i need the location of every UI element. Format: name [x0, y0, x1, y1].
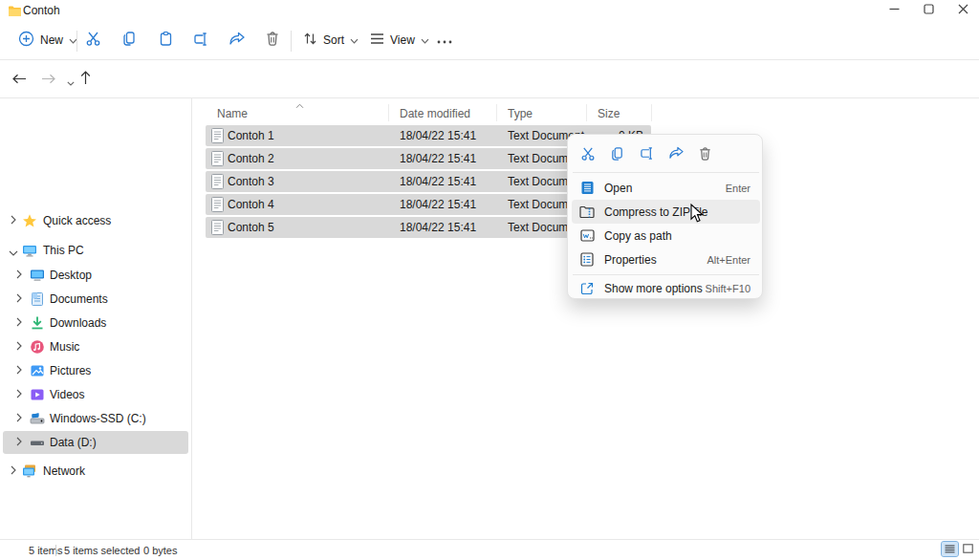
open-icon: [579, 181, 595, 196]
menu-item-open[interactable]: Open Enter: [572, 176, 760, 200]
rename-button[interactable]: [635, 142, 660, 167]
column-header-type[interactable]: Type: [508, 107, 533, 120]
maximize-button[interactable]: [912, 0, 945, 21]
toolbar-divider: [76, 31, 77, 52]
chevron-down-icon: [350, 33, 359, 47]
minimize-icon: [889, 4, 900, 17]
sidebar-item-quick-access[interactable]: Quick access: [0, 209, 191, 232]
address-bar-row: › This PC › Data (D:) › Contoh Search Co…: [0, 60, 979, 98]
copy-button[interactable]: [117, 28, 141, 53]
sidebar-item-label: Network: [43, 464, 85, 478]
share-icon: [668, 146, 685, 163]
sidebar-item-videos[interactable]: Videos: [0, 383, 191, 406]
chevron-expanded-icon: [9, 246, 18, 259]
cut-button[interactable]: [576, 142, 600, 167]
context-menu: Open Enter Compress to ZIP file Copy as …: [567, 134, 763, 299]
text-file-icon: [211, 174, 224, 192]
videos-icon: [30, 387, 45, 402]
menu-item-show-more-options[interactable]: Show more options Shift+F10: [572, 276, 760, 300]
new-button-label: New: [40, 33, 63, 47]
delete-icon: [698, 146, 712, 164]
copy-icon: [610, 146, 625, 164]
sidebar-item-label: Downloads: [50, 316, 106, 330]
view-button[interactable]: View: [363, 27, 436, 54]
view-icon: [370, 32, 384, 48]
copy-as-path-icon: [579, 228, 595, 244]
chevron-down-icon: [421, 33, 429, 47]
chevron-right-icon: [16, 316, 22, 330]
menu-divider: [573, 274, 759, 275]
sidebar-item-documents[interactable]: Documents: [0, 288, 191, 311]
cut-button[interactable]: [80, 28, 105, 53]
details-view-icon: [945, 543, 955, 556]
sidebar-item-windows-ssd-c[interactable]: Windows-SSD (C:): [0, 407, 191, 430]
chevron-right-icon: [16, 340, 22, 354]
sidebar-item-network[interactable]: Network: [0, 460, 191, 483]
column-header-size[interactable]: Size: [598, 107, 620, 120]
text-file-icon: [211, 220, 224, 238]
sidebar-item-label: Quick access: [43, 214, 111, 227]
title-bar: Contoh: [0, 0, 979, 21]
chevron-right-icon: [16, 388, 22, 401]
close-button[interactable]: [946, 0, 979, 21]
documents-icon: [30, 291, 45, 307]
menu-item-compress-to-zip[interactable]: Compress to ZIP file: [572, 200, 760, 224]
item-count: 5 items: [29, 545, 62, 556]
rename-button[interactable]: [189, 28, 214, 53]
column-divider: [388, 104, 389, 121]
large-icons-view-button[interactable]: [960, 542, 976, 556]
view-button-label: View: [390, 33, 415, 47]
back-button[interactable]: [8, 68, 31, 91]
up-button[interactable]: [74, 68, 97, 91]
large-icons-view-icon: [963, 543, 973, 556]
selection-size: 0 bytes: [143, 545, 177, 556]
new-plus-icon: [18, 31, 34, 50]
chevron-right-icon: [11, 214, 16, 227]
sidebar-item-data-d[interactable]: Data (D:): [3, 431, 188, 454]
maximize-icon: [924, 4, 934, 17]
sidebar-item-pictures[interactable]: Pictures: [0, 359, 191, 382]
details-view-button[interactable]: [942, 542, 958, 556]
drive-d-icon: [30, 435, 45, 450]
downloads-icon: [30, 315, 45, 331]
sidebar-item-label: Documents: [50, 292, 108, 306]
paste-button[interactable]: [153, 28, 178, 53]
cut-icon: [85, 31, 101, 50]
command-bar: New Sort View: [0, 21, 979, 60]
text-file-icon: [211, 151, 224, 169]
sort-ascending-icon: [295, 98, 304, 112]
column-header-date-modified[interactable]: Date modified: [400, 107, 470, 120]
column-divider: [586, 104, 587, 121]
sidebar-item-music[interactable]: Music: [0, 335, 191, 358]
column-header-name[interactable]: Name: [217, 107, 248, 120]
copy-button[interactable]: [605, 142, 630, 167]
menu-item-properties[interactable]: Properties Alt+Enter: [572, 248, 760, 271]
share-button[interactable]: [664, 142, 688, 167]
zip-folder-icon: [579, 205, 595, 220]
text-file-icon: [211, 197, 224, 215]
window-title: Contoh: [23, 4, 60, 17]
see-more-button[interactable]: [432, 28, 457, 53]
sidebar-item-this-pc[interactable]: This PC: [0, 239, 191, 262]
sidebar-item-label: Pictures: [50, 364, 91, 377]
menu-item-copy-as-path[interactable]: Copy as path: [572, 224, 760, 248]
delete-button[interactable]: [260, 28, 285, 53]
new-button[interactable]: New: [11, 27, 84, 54]
share-button[interactable]: [225, 28, 250, 53]
toolbar-divider: [291, 31, 292, 52]
copy-icon: [121, 31, 138, 50]
music-icon: [30, 339, 45, 355]
menu-divider: [573, 172, 759, 173]
forward-button[interactable]: [36, 68, 59, 91]
delete-button[interactable]: [692, 142, 717, 167]
chevron-right-icon: [16, 269, 22, 282]
sidebar-item-label: This PC: [43, 244, 84, 257]
chevron-right-icon: [16, 364, 22, 377]
status-divider: [55, 545, 56, 556]
minimize-button[interactable]: [878, 0, 910, 21]
chevron-right-icon: [16, 292, 22, 306]
status-bar: 5 items 5 items selected 0 bytes: [0, 539, 979, 560]
sort-button[interactable]: Sort: [296, 27, 365, 54]
sidebar-item-desktop[interactable]: Desktop: [0, 264, 191, 287]
sidebar-item-downloads[interactable]: Downloads: [0, 312, 191, 334]
